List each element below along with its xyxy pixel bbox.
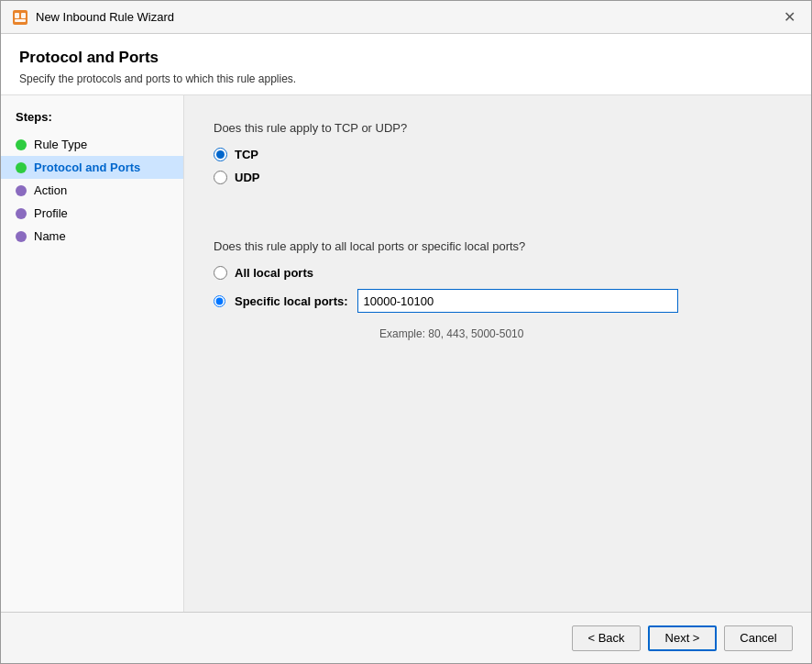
wizard-window: New Inbound Rule Wizard ✕ Protocol and P… (0, 0, 812, 664)
step-dot-protocol-ports (16, 162, 27, 173)
sidebar-item-action[interactable]: Action (1, 179, 183, 202)
close-button[interactable]: ✕ (778, 6, 800, 28)
sidebar-item-label-action: Action (34, 183, 67, 197)
svg-rect-1 (15, 13, 19, 18)
sidebar-item-protocol-ports[interactable]: Protocol and Ports (1, 156, 183, 179)
udp-radio[interactable] (214, 171, 227, 184)
app-icon (12, 9, 28, 26)
svg-rect-3 (15, 19, 26, 22)
all-local-ports-option[interactable]: All local ports (214, 266, 782, 280)
sidebar: Steps: Rule Type Protocol and Ports Acti… (1, 95, 184, 612)
tcp-radio[interactable] (214, 148, 227, 161)
next-button[interactable]: Next > (648, 625, 717, 651)
ports-radio-group: All local ports Specific local ports: (214, 266, 782, 313)
footer: < Back Next > Cancel (1, 612, 811, 663)
sidebar-item-rule-type[interactable]: Rule Type (1, 133, 183, 156)
example-text: Example: 80, 443, 5000-5010 (379, 327, 782, 340)
sidebar-item-name[interactable]: Name (1, 225, 183, 248)
main-content: Does this rule apply to TCP or UDP? TCP … (184, 95, 811, 612)
ports-section: Does this rule apply to all local ports … (214, 239, 782, 340)
section-divider (214, 212, 782, 230)
specific-ports-row: Specific local ports: (214, 289, 782, 313)
step-dot-profile (16, 208, 27, 219)
steps-label: Steps: (1, 110, 183, 133)
sidebar-item-label-name: Name (34, 229, 66, 243)
page-subtitle: Specify the protocols and ports to which… (19, 72, 793, 85)
specific-ports-input[interactable] (357, 289, 678, 313)
step-dot-action (16, 185, 27, 196)
back-button[interactable]: < Back (572, 625, 641, 651)
sidebar-item-profile[interactable]: Profile (1, 202, 183, 225)
content-area: Steps: Rule Type Protocol and Ports Acti… (1, 95, 811, 612)
step-dot-name (16, 231, 27, 242)
protocol-question: Does this rule apply to TCP or UDP? (214, 121, 782, 135)
udp-label[interactable]: UDP (235, 171, 259, 184)
tcp-option[interactable]: TCP (214, 148, 782, 161)
page-title: Protocol and Ports (19, 49, 793, 67)
sidebar-item-label-profile: Profile (34, 206, 68, 220)
all-local-ports-label[interactable]: All local ports (235, 266, 313, 280)
cancel-button[interactable]: Cancel (724, 625, 793, 651)
tcp-label[interactable]: TCP (235, 148, 258, 161)
page-header: Protocol and Ports Specify the protocols… (1, 34, 811, 95)
udp-option[interactable]: UDP (214, 171, 782, 184)
sidebar-item-label-protocol-ports: Protocol and Ports (34, 160, 140, 174)
window-title: New Inbound Rule Wizard (36, 10, 174, 24)
sidebar-item-label-rule-type: Rule Type (34, 138, 87, 151)
step-dot-rule-type (16, 139, 27, 150)
all-local-ports-radio[interactable] (214, 266, 227, 280)
title-bar: New Inbound Rule Wizard ✕ (1, 1, 811, 34)
title-bar-left: New Inbound Rule Wizard (12, 9, 174, 26)
ports-question: Does this rule apply to all local ports … (214, 239, 782, 253)
specific-local-ports-radio[interactable] (214, 295, 225, 307)
protocol-radio-group: TCP UDP (214, 148, 782, 184)
specific-local-ports-label[interactable]: Specific local ports: (235, 294, 348, 308)
svg-rect-2 (21, 13, 26, 18)
